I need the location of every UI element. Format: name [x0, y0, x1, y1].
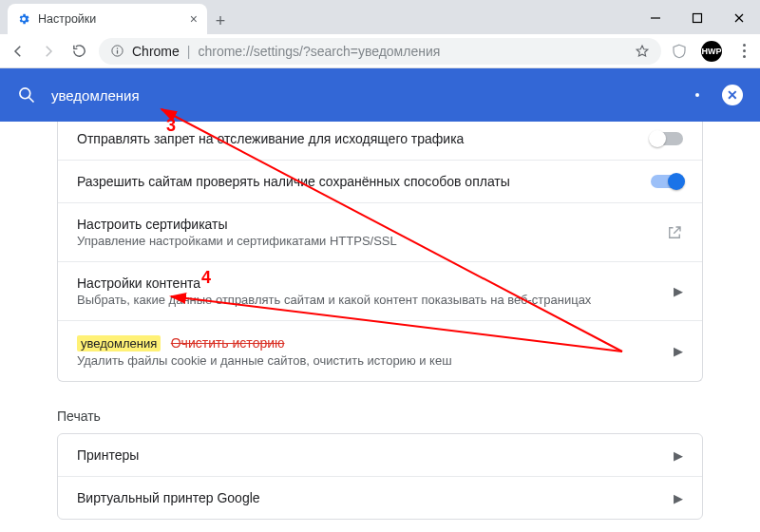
row-virtual-printer[interactable]: Виртуальный принтер Google ▶ — [58, 476, 702, 519]
star-icon[interactable] — [635, 44, 650, 59]
window-titlebar: Настройки × + — [0, 0, 760, 34]
row-do-not-track[interactable]: Отправлять запрет на отслеживание для ис… — [58, 122, 702, 160]
svg-line-8 — [29, 98, 34, 103]
row-content-settings[interactable]: Настройки контента Выбрать, какие данные… — [58, 261, 702, 320]
row-subtitle: Управление настройками и сертификатами H… — [77, 234, 653, 248]
row-payment-check[interactable]: Разрешить сайтам проверять наличие сохра… — [58, 160, 702, 202]
window-close-button[interactable] — [718, 2, 760, 34]
settings-search-header: ✕ — [0, 68, 760, 122]
row-clear-history[interactable]: уведомления Очистить историю Удалить фай… — [58, 320, 702, 381]
row-title-struck: Очистить историю — [171, 335, 285, 351]
print-card: Принтеры ▶ Виртуальный принтер Google ▶ — [57, 433, 703, 520]
row-subtitle: Удалить файлы cookie и данные сайтов, оч… — [77, 353, 660, 368]
window-controls — [635, 2, 760, 34]
new-tab-button[interactable]: + — [207, 8, 234, 34]
row-certificates[interactable]: Настроить сертификаты Управление настрой… — [58, 202, 702, 261]
row-printers[interactable]: Принтеры ▶ — [58, 434, 702, 476]
clear-search-button[interactable]: ✕ — [722, 85, 743, 105]
row-title: Разрешить сайтам проверять наличие сохра… — [77, 174, 637, 189]
privacy-card: Отправлять запрет на отслеживание для ис… — [57, 122, 703, 382]
profile-avatar[interactable]: HWP — [701, 41, 722, 62]
site-info-icon — [110, 44, 124, 58]
omnibox-prefix: Chrome — [132, 44, 180, 59]
row-title: Отправлять запрет на отслеживание для ис… — [77, 131, 637, 146]
search-icon — [17, 86, 36, 104]
svg-point-7 — [20, 88, 30, 99]
toggle-do-not-track[interactable] — [651, 132, 683, 145]
row-title: Настроить сертификаты — [77, 217, 653, 232]
row-subtitle: Выбрать, какие данные отправлять сайтам … — [77, 293, 660, 307]
gear-icon — [17, 12, 30, 26]
chevron-right-icon: ▶ — [674, 448, 683, 463]
indicator-dot — [695, 93, 699, 97]
browser-toolbar: Chrome | chrome://settings/?search=уведо… — [0, 34, 760, 68]
search-highlight: уведомления — [77, 335, 161, 352]
chevron-right-icon: ▶ — [674, 284, 683, 298]
shield-icon[interactable] — [671, 43, 688, 60]
row-title: Настройки контента — [77, 276, 660, 291]
settings-content: Отправлять запрет на отслеживание для ис… — [0, 122, 760, 532]
omnibox-url: chrome://settings/?search=уведомления — [198, 44, 440, 59]
row-title: Принтеры — [77, 447, 660, 463]
window-minimize-button[interactable] — [635, 2, 676, 34]
tab-title: Настройки — [38, 12, 96, 26]
svg-rect-1 — [694, 14, 702, 23]
section-title-print: Печать — [57, 405, 703, 424]
reload-button[interactable] — [68, 41, 89, 62]
back-button[interactable] — [8, 41, 28, 62]
chevron-right-icon: ▶ — [674, 344, 683, 358]
menu-button[interactable] — [735, 44, 752, 58]
window-maximize-button[interactable] — [676, 2, 718, 34]
browser-tab[interactable]: Настройки × — [8, 4, 207, 34]
address-bar[interactable]: Chrome | chrome://settings/?search=уведо… — [99, 38, 661, 65]
svg-point-5 — [117, 48, 119, 49]
external-link-icon — [666, 224, 683, 241]
chevron-right-icon: ▶ — [674, 491, 683, 505]
forward-button[interactable] — [38, 41, 59, 62]
toggle-payment-check[interactable] — [651, 175, 683, 188]
row-title: Виртуальный принтер Google — [77, 490, 660, 505]
tab-close-icon[interactable]: × — [190, 11, 198, 27]
svg-rect-6 — [117, 50, 118, 54]
settings-search-input[interactable] — [51, 87, 680, 104]
